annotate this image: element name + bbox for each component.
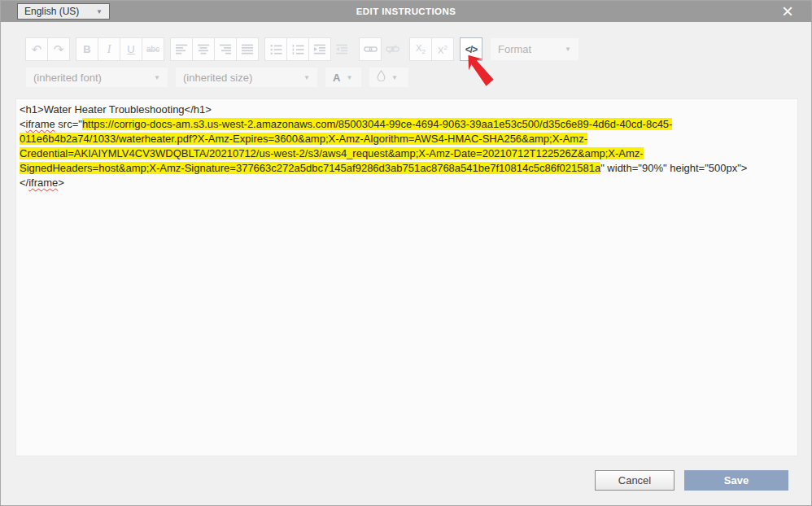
toolbar-group: </>: [460, 37, 482, 61]
text-color-label: A: [333, 72, 340, 84]
source-text: <: [20, 118, 26, 130]
source-text: </: [20, 177, 28, 189]
indent-icon: [314, 44, 326, 55]
toolbar-group: [359, 37, 404, 61]
numbered-list-button: [286, 37, 309, 61]
numbered-list-icon: [292, 44, 304, 55]
toolbar-group: [170, 37, 259, 61]
source-code-line: Credential=AKIAIYMLV4CV3WDQBLTA/20210712…: [20, 146, 794, 161]
highlighted-url-text: 011e6b4b2a74/1033/waterheater.pdf?X-Amz-…: [20, 133, 587, 145]
format-dropdown[interactable]: Format▼: [490, 37, 579, 61]
font-size-value: (inherited size): [183, 72, 303, 84]
italic-icon: I: [107, 43, 111, 56]
toolbar-group: [264, 37, 353, 61]
align-right-button: [214, 37, 237, 61]
align-justify-icon: [242, 44, 254, 55]
source-text: <h1>Water Heater Troubleshooting</h1>: [20, 103, 212, 116]
source-text: >: [58, 177, 64, 189]
toolbar-group: X2X2: [409, 37, 454, 61]
align-left-button: [170, 37, 193, 61]
source-editor-textarea[interactable]: <h1>Water Heater Troubleshooting</h1><if…: [15, 98, 798, 456]
font-family-dropdown[interactable]: (inherited font) ▼: [25, 67, 168, 88]
chevron-down-icon: ▼: [303, 74, 310, 81]
toolbar-group: ↶↷: [25, 37, 70, 61]
cancel-button[interactable]: Cancel: [595, 470, 674, 491]
superscript-button: X2: [431, 37, 454, 61]
align-right-icon: [220, 44, 232, 55]
source-code-line: <iframe src="https://corrigo-docs-am.s3.…: [20, 117, 794, 132]
unlink-icon: [386, 45, 399, 54]
font-toolbar: (inherited font) ▼ (inherited size) ▼ A …: [25, 67, 409, 88]
source-icon: </>: [465, 44, 477, 55]
align-center-icon: [198, 44, 210, 55]
strikethrough-button: abc: [142, 37, 164, 61]
source-code-line: <h1>Water Heater Troubleshooting</h1>: [20, 103, 794, 117]
chevron-down-icon: ▼: [154, 74, 160, 81]
edit-instructions-dialog: EDIT INSTRUCTIONS English (US) ▼ × ↶↷BIU…: [0, 0, 812, 506]
source-code-line: </iframe>: [20, 176, 794, 190]
formatting-toolbar: ↶↷BIUabcX2X2</>Format▼: [25, 37, 579, 61]
redo-icon: ↷: [54, 43, 64, 55]
chevron-down-icon: ▼: [346, 74, 352, 81]
bullet-list-button: [264, 37, 287, 61]
bullet-list-icon: [270, 44, 282, 55]
bold-icon: B: [83, 43, 90, 55]
source-text: src=": [55, 118, 82, 130]
source-code-line: 011e6b4b2a74/1033/waterheater.pdf?X-Amz-…: [20, 132, 794, 146]
chevron-down-icon: ▼: [565, 46, 571, 53]
align-center-button: [192, 37, 215, 61]
indent-button: [308, 37, 331, 61]
close-icon[interactable]: ×: [782, 1, 793, 22]
unlink-button: [381, 37, 404, 61]
undo-button: ↶: [25, 37, 48, 61]
save-button[interactable]: Save: [684, 470, 788, 491]
highlighted-url-text: Credential=AKIAIYMLV4CV3WDQBLTA/20210712…: [20, 147, 644, 159]
subscript-button: X2: [409, 37, 432, 61]
chevron-down-icon: ▼: [391, 74, 398, 81]
highlighted-url-text: SignedHeaders=host&amp;X-Amz-Signature=3…: [20, 162, 600, 174]
misspelled-word: iframe: [26, 118, 55, 130]
link-button: [359, 37, 382, 61]
bold-button: B: [76, 37, 98, 61]
align-left-icon: [176, 44, 188, 55]
strikethrough-icon: abc: [146, 45, 159, 54]
language-dropdown[interactable]: English (US) ▼: [17, 3, 110, 20]
chevron-down-icon: ▼: [96, 8, 103, 15]
source-code-line: SignedHeaders=host&amp;X-Amz-Signature=3…: [20, 161, 794, 176]
format-dropdown-label: Format: [498, 43, 565, 55]
source-text: " width="90%" height="500px">: [600, 162, 747, 174]
language-dropdown-value: English (US): [24, 6, 96, 17]
source-button[interactable]: </>: [460, 37, 482, 61]
superscript-icon: X2: [438, 44, 447, 55]
link-icon: [364, 45, 378, 54]
outdent-button: [330, 37, 353, 61]
misspelled-word: iframe: [28, 177, 58, 189]
undo-icon: ↶: [32, 43, 42, 55]
font-size-dropdown[interactable]: (inherited size) ▼: [175, 67, 318, 88]
align-justify-button: [236, 37, 259, 61]
dialog-title: EDIT INSTRUCTIONS: [1, 7, 811, 16]
font-family-value: (inherited font): [33, 72, 154, 84]
redo-button: ↷: [47, 37, 70, 61]
italic-button: I: [98, 37, 120, 61]
droplet-icon: [377, 70, 386, 85]
dialog-titlebar: EDIT INSTRUCTIONS English (US) ▼ ×: [1, 1, 811, 22]
subscript-icon: X2: [416, 43, 426, 55]
text-color-button[interactable]: A ▼: [325, 67, 362, 88]
underline-icon: U: [127, 43, 134, 55]
outdent-icon: [336, 44, 348, 55]
background-color-button[interactable]: ▼: [369, 67, 409, 88]
underline-button: U: [120, 37, 142, 61]
highlighted-url-text: https://corrigo-docs-am.s3.us-west-2.ama…: [82, 118, 673, 130]
toolbar-group: BIUabc: [76, 37, 164, 61]
